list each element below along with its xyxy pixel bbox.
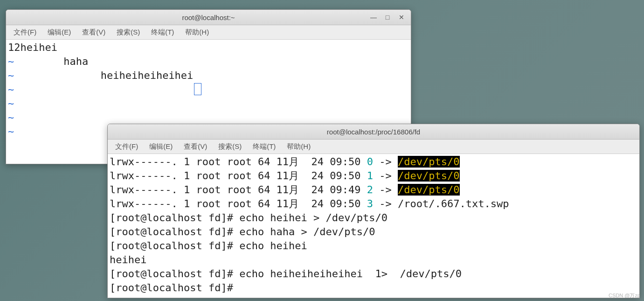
menu-help[interactable]: 帮助(H) (180, 27, 214, 38)
maximize-button[interactable]: □ (381, 12, 394, 23)
menu-terminal[interactable]: 终端(T) (146, 27, 179, 38)
line-3-text: heiheiheiheihei (14, 70, 193, 81)
symlink-target: /dev/pts/0 (398, 170, 459, 182)
menu-search[interactable]: 搜索(S) (112, 27, 145, 38)
symlink-target: /dev/pts/0 (398, 156, 459, 168)
line-2-text: haha (14, 56, 88, 67)
output-line: heihei (110, 254, 146, 266)
line-1: 12heihei (8, 42, 57, 53)
symlink-target: /dev/pts/0 (398, 184, 459, 196)
prompt-line: [root@localhost fd]# echo heihei (110, 240, 307, 252)
watermark: CSDN @万zp (609, 292, 640, 299)
fd-number: 0 (367, 156, 373, 168)
prompt-line: [root@localhost fd]# (110, 282, 239, 294)
menu-view[interactable]: 查看(V) (179, 141, 212, 153)
vim-tilde: ~ (8, 98, 14, 109)
menu-file[interactable]: 文件(F) (9, 27, 41, 38)
vim-tilde: ~ (8, 126, 14, 137)
titlebar-1[interactable]: root@localhost:~ — □ ✕ (6, 10, 411, 25)
menu-file[interactable]: 文件(F) (111, 141, 143, 153)
menubar-1: 文件(F) 编辑(E) 查看(V) 搜索(S) 终端(T) 帮助(H) (6, 25, 411, 40)
window-title-2: root@localhost:/proc/16806/fd (108, 128, 639, 136)
prompt-line: [root@localhost fd]# echo heiheiheiheihe… (110, 268, 462, 280)
window-title-1: root@localhost:~ (6, 14, 411, 21)
terminal-window-2: root@localhost:/proc/16806/fd 文件(F) 编辑(E… (107, 124, 640, 298)
ls-row: lrwx------. 1 root root 64 11月 24 09:50 … (110, 156, 460, 168)
menu-help[interactable]: 帮助(H) (282, 141, 315, 153)
symlink-target: /root/.667.txt.swp (398, 198, 509, 210)
menubar-2: 文件(F) 编辑(E) 查看(V) 搜索(S) 终端(T) 帮助(H) (108, 140, 639, 154)
menu-search[interactable]: 搜索(S) (214, 141, 246, 153)
ls-row: lrwx------. 1 root root 64 11月 24 09:50 … (110, 170, 460, 182)
ls-row: lrwx------. 1 root root 64 11月 24 09:50 … (110, 198, 509, 210)
vim-tilde: ~ (8, 84, 14, 95)
minimize-button[interactable]: — (367, 12, 380, 23)
close-button[interactable]: ✕ (395, 12, 408, 23)
menu-edit[interactable]: 编辑(E) (43, 27, 76, 38)
menu-view[interactable]: 查看(V) (77, 27, 110, 38)
menu-terminal[interactable]: 终端(T) (248, 141, 280, 153)
fd-number: 3 (367, 198, 373, 210)
window-controls-1: — □ ✕ (367, 12, 408, 23)
prompt-line: [root@localhost fd]# echo heihei > /dev/… (110, 212, 388, 224)
vim-tilde: ~ (8, 112, 14, 123)
fd-number: 1 (367, 170, 373, 182)
ls-row: lrwx------. 1 root root 64 11月 24 09:49 … (110, 184, 460, 196)
prompt-line: [root@localhost fd]# echo haha > /dev/pt… (110, 226, 375, 238)
menu-edit[interactable]: 编辑(E) (145, 141, 177, 153)
terminal-output-2[interactable]: lrwx------. 1 root root 64 11月 24 09:50 … (108, 154, 639, 296)
fd-number: 2 (367, 184, 373, 196)
vim-tilde: ~ (8, 70, 14, 81)
vim-tilde: ~ (8, 56, 14, 67)
cursor-icon (194, 83, 201, 95)
titlebar-2[interactable]: root@localhost:/proc/16806/fd (108, 124, 639, 140)
